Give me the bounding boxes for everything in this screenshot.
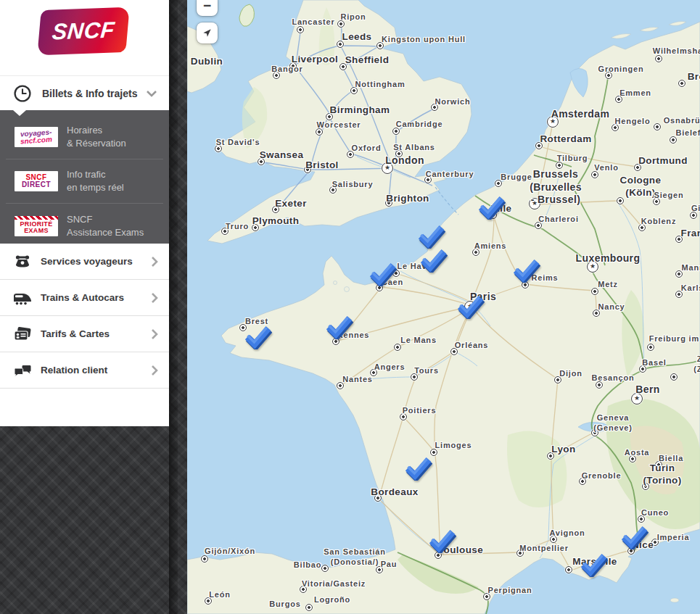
sncf-logo-text: SNCF xyxy=(51,17,115,45)
city-label-pau: Pau xyxy=(381,560,398,570)
city-dot-marker-bristol xyxy=(304,166,311,173)
capital-star-marker-brussels: ★ xyxy=(529,198,540,209)
city-label-orl-ans: Orléans xyxy=(455,341,489,351)
city-label-montpellier: Montpellier xyxy=(519,544,568,554)
sidebar: SNCF Billets & Info trajets voyages- snc… xyxy=(0,0,187,614)
city-dot-marker-nottingham xyxy=(350,87,358,94)
city-dot-marker-gie-en xyxy=(690,212,697,219)
city-label-koblenz: Koblenz xyxy=(641,217,676,227)
city-dot-marker-mannheim xyxy=(675,270,683,278)
city-dot-marker-charleroi xyxy=(535,222,542,229)
city-label-oxford: Oxford xyxy=(352,144,382,154)
city-dot-marker-plymouth xyxy=(252,224,259,231)
city-dot-marker-ripon xyxy=(337,20,345,28)
city-dot-marker-frankfurt xyxy=(675,236,683,243)
map-controls: − xyxy=(197,0,218,43)
clock-icon xyxy=(12,84,33,103)
menu-label: Trains & Autocars xyxy=(41,292,124,303)
chevron-right-icon xyxy=(151,256,158,267)
city-label-aosta: Aosta xyxy=(625,448,650,458)
city-dot-marker-basel xyxy=(639,365,646,373)
check-pin-brest[interactable] xyxy=(243,325,272,349)
city-label-bielefeld: Bielefeld xyxy=(675,128,700,138)
city-label-poitiers: Poitiers xyxy=(403,406,437,416)
check-pin-le-havre[interactable] xyxy=(419,248,448,273)
check-pin-boulogne[interactable] xyxy=(416,224,445,249)
link-label: Info trafic en temps réel xyxy=(67,168,124,194)
city-label-cambridge: Cambridge xyxy=(396,120,443,130)
city-label-le-n: León xyxy=(209,590,230,600)
check-pin-rennes[interactable] xyxy=(324,315,353,339)
city-label-perpignan: Perpignan xyxy=(488,586,532,596)
city-dot-marker-turin xyxy=(642,483,649,490)
city-label-mannheim: Mannheim xyxy=(682,263,700,273)
menu-item-tarifs-cartes[interactable]: Tarifs & Cartes xyxy=(0,316,169,352)
city-label-salisbury: Salisbury xyxy=(332,180,374,190)
main-menu: Services voyageurs Trains & Autocars Tar… xyxy=(0,244,169,426)
zoom-out-button[interactable]: − xyxy=(197,0,218,16)
city-dot-marker-montpellier xyxy=(516,549,524,557)
city-label-canterbury: Canterbury xyxy=(426,170,474,180)
city-dot-marker-grenoble xyxy=(579,478,586,485)
compass-button[interactable] xyxy=(197,22,218,43)
city-dot-marker-brugge xyxy=(495,180,502,187)
link-sncf-direct[interactable]: SNCF DIRECT Info trafic en temps réel xyxy=(6,159,163,204)
city-label-grenoble: Grenoble xyxy=(582,471,622,481)
city-label-angers: Angers xyxy=(374,362,405,373)
city-dot-marker-cologne xyxy=(617,197,624,204)
city-label-brighton: Brighton xyxy=(386,193,429,205)
priorite-exams-logo: PRIORITÉ EXAMS xyxy=(15,216,58,236)
capital-star-marker-london: ★ xyxy=(382,162,393,174)
city-dot-marker-burgos xyxy=(305,604,313,611)
city-dot-marker-angers xyxy=(370,369,377,376)
menu-label: Relation client xyxy=(41,365,107,376)
capital-star-marker-bern: ★ xyxy=(631,393,643,405)
link-voyages-sncf[interactable]: voyages- sncf.com Horaires & Réservation xyxy=(6,115,163,159)
city-dot-marker-cuneo xyxy=(638,515,645,523)
stripe-decoration xyxy=(15,216,58,220)
check-pin-reims[interactable] xyxy=(511,258,540,283)
city-dot-marker-nantes xyxy=(337,382,344,389)
check-pin-brive[interactable] xyxy=(403,456,432,481)
menu-item-trains-autocars[interactable]: Trains & Autocars xyxy=(0,280,169,316)
city-dot-marker-aosta xyxy=(629,455,636,462)
menu-item-relation-client[interactable]: Relation client xyxy=(0,352,169,389)
exams-logo-line2: EXAMS xyxy=(24,228,49,234)
quick-links-panel: voyages- sncf.com Horaires & Réservation… xyxy=(0,110,169,244)
city-dot-marker-hengelo xyxy=(612,124,619,131)
check-pin-nice[interactable] xyxy=(619,525,648,549)
city-label-exeter: Exeter xyxy=(275,198,307,210)
city-dot-marker-le-n xyxy=(205,597,212,605)
link-priorite-exams[interactable]: PRIORITÉ EXAMS SNCF Assistance Exams xyxy=(6,204,163,248)
menu-label: Tarifs & Cartes xyxy=(41,328,110,339)
direct-logo-line2: DIRECT xyxy=(22,181,51,188)
primary-nav-label: Billets & Info trajets xyxy=(42,88,137,99)
city-dot-marker-lancaster xyxy=(297,26,304,33)
active-nav-pointer xyxy=(13,110,26,116)
city-label-leeds: Leeds xyxy=(342,31,371,43)
map-canvas[interactable]: DublinLancasterRiponLeedsKingston upon H… xyxy=(187,0,700,614)
check-pin-marseille[interactable] xyxy=(579,552,608,577)
check-pin-toulouse[interactable] xyxy=(427,528,456,553)
city-dot-marker-sheffield xyxy=(339,63,347,70)
city-label-cuneo: Cuneo xyxy=(641,508,669,518)
city-label-vitoria-gasteiz: Vitoria/Gasteiz xyxy=(302,579,366,589)
city-dot-marker-dijon xyxy=(554,376,561,383)
city-label-nancy: Nancy xyxy=(598,302,625,312)
city-label-brugge: Brugge xyxy=(501,173,532,183)
chevron-right-icon xyxy=(151,328,158,340)
menu-item-services-voyageurs[interactable]: Services voyageurs xyxy=(0,244,169,280)
nav-billets-info-trajets[interactable]: Billets & Info trajets xyxy=(0,76,169,110)
city-dot-marker-leeds xyxy=(337,41,344,48)
check-pin-caen[interactable] xyxy=(368,262,397,286)
city-dot-marker-bilbao xyxy=(321,565,329,572)
voyages-logo-line2: sncf.com xyxy=(20,136,52,145)
city-dot-marker-wilhelmshaven xyxy=(655,55,662,62)
city-dot-marker-cambridge xyxy=(392,128,400,135)
city-dot-marker-tours xyxy=(411,373,418,381)
city-label-tours: Tours xyxy=(414,366,439,376)
city-label-nantes: Nantes xyxy=(342,375,372,385)
check-pin-lille[interactable] xyxy=(477,195,506,220)
sncf-logo[interactable]: SNCF xyxy=(37,7,129,55)
check-pin-paris[interactable] xyxy=(456,294,485,319)
